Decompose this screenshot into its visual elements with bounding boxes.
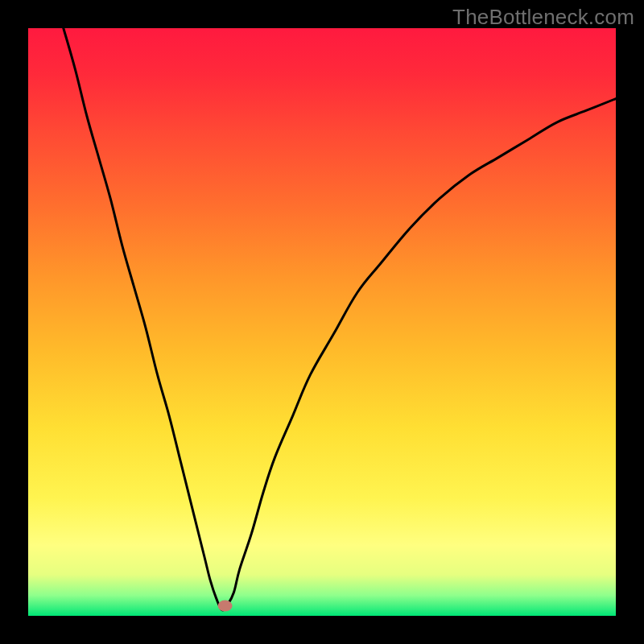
gradient-background	[28, 28, 616, 616]
chart-frame: TheBottleneck.com	[0, 0, 644, 644]
plot-area	[28, 28, 616, 616]
bottleneck-plot	[28, 28, 616, 616]
balance-marker	[218, 601, 233, 612]
watermark-text: TheBottleneck.com	[452, 5, 634, 30]
